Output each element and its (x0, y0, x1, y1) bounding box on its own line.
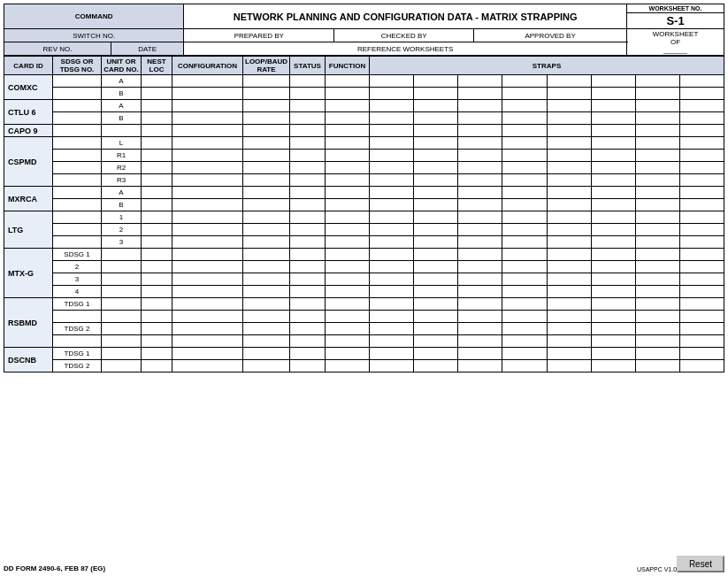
col-nest-loc: NEST LOC (142, 57, 172, 75)
strap-cell (679, 112, 724, 125)
strap-cell (414, 112, 458, 125)
configuration-cell (172, 75, 243, 88)
sdsg-tdsg-cell (53, 162, 102, 174)
strap-cell (502, 236, 547, 249)
nest-loc-cell (142, 211, 172, 224)
loop-baud-cell (243, 75, 290, 88)
strap-cell (591, 187, 635, 199)
function-cell (326, 75, 370, 88)
status-cell (290, 75, 326, 88)
nest-loc-cell (142, 75, 172, 88)
col-unit-card: UNIT OR CARD NO. (102, 57, 142, 75)
configuration-cell (172, 224, 243, 236)
function-cell (326, 100, 370, 112)
strap-cell (635, 174, 679, 187)
unit-card-cell: R3 (102, 174, 142, 187)
strap-cell (458, 224, 502, 236)
strap-cell (370, 112, 414, 125)
strap-cell (679, 125, 724, 137)
strap-cell (414, 125, 458, 137)
sdsg-tdsg-cell: 4 (53, 286, 102, 298)
sdsg-tdsg-cell (53, 236, 102, 249)
strap-cell (458, 236, 502, 249)
loop-baud-cell (243, 261, 290, 273)
configuration-cell (172, 348, 243, 360)
strap-cell (458, 125, 502, 137)
configuration-cell (172, 236, 243, 249)
configuration-cell (172, 125, 243, 137)
strap-cell (458, 360, 502, 372)
strap-cell (414, 360, 458, 372)
command-label: COMMAND (75, 12, 113, 20)
strap-cell (591, 162, 635, 174)
strap-cell (591, 150, 635, 162)
reset-button[interactable]: Reset (677, 556, 724, 572)
unit-card-cell (102, 311, 142, 323)
sdsg-tdsg-cell: TDSG 1 (53, 348, 102, 360)
status-cell (290, 360, 326, 372)
function-cell (326, 150, 370, 162)
strap-cell (679, 187, 724, 199)
strap-cell (370, 286, 414, 298)
configuration-cell (172, 311, 243, 323)
strap-cell (547, 88, 591, 100)
rev-no-label: REV NO. (4, 42, 111, 56)
strap-cell (591, 298, 635, 311)
nest-loc-cell (142, 249, 172, 261)
configuration-cell (172, 323, 243, 335)
strap-cell (502, 360, 547, 372)
strap-cell (502, 298, 547, 311)
function-cell (326, 125, 370, 137)
status-cell (290, 236, 326, 249)
unit-card-cell: L (102, 137, 142, 150)
nest-loc-cell (142, 311, 172, 323)
strap-cell (547, 100, 591, 112)
configuration-cell (172, 298, 243, 311)
configuration-cell (172, 335, 243, 348)
unit-card-cell: R2 (102, 162, 142, 174)
strap-cell (679, 100, 724, 112)
form-id: DD FORM 2490-6, FEB 87 (EG) (4, 564, 105, 572)
strap-cell (458, 88, 502, 100)
strap-cell (591, 174, 635, 187)
status-cell (290, 100, 326, 112)
status-cell (290, 249, 326, 261)
nest-loc-cell (142, 224, 172, 236)
strap-cell (502, 311, 547, 323)
strap-cell (414, 137, 458, 150)
col-status: STATUS (290, 57, 326, 75)
strap-cell (635, 137, 679, 150)
nest-loc-cell (142, 112, 172, 125)
strap-cell (547, 236, 591, 249)
command-cell: COMMAND (4, 4, 184, 29)
strap-cell (502, 348, 547, 360)
strap-cell (370, 348, 414, 360)
reference-worksheets-label: REFERENCE WORKSHEETS (184, 42, 627, 56)
strap-cell (591, 360, 635, 372)
loop-baud-cell (243, 224, 290, 236)
configuration-cell (172, 360, 243, 372)
strap-cell (547, 261, 591, 273)
strap-cell (679, 273, 724, 286)
strap-cell (414, 187, 458, 199)
status-cell (290, 348, 326, 360)
unit-card-cell: 1 (102, 211, 142, 224)
strap-cell (635, 360, 679, 372)
unit-card-cell (102, 273, 142, 286)
status-cell (290, 112, 326, 125)
strap-cell (635, 249, 679, 261)
status-cell (290, 273, 326, 286)
unit-card-cell: A (102, 75, 142, 88)
function-cell (326, 348, 370, 360)
strap-cell (502, 323, 547, 335)
status-cell (290, 311, 326, 323)
strap-cell (414, 100, 458, 112)
configuration-cell (172, 261, 243, 273)
sdsg-tdsg-cell (53, 335, 102, 348)
sdsg-tdsg-cell: TDSG 1 (53, 298, 102, 311)
strap-cell (679, 236, 724, 249)
strap-cell (547, 273, 591, 286)
strap-cell (370, 100, 414, 112)
strap-cell (370, 323, 414, 335)
function-cell (326, 249, 370, 261)
